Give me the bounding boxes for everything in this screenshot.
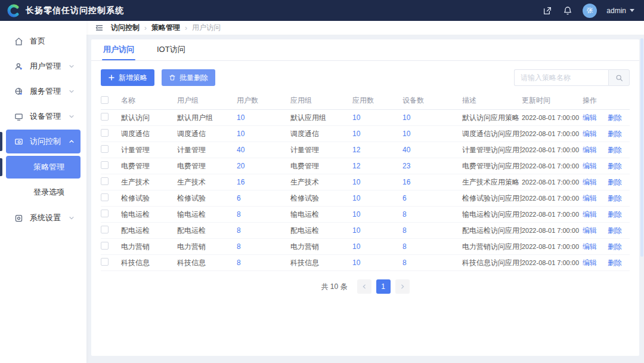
search-button[interactable]: [608, 69, 630, 86]
row-app-count-link[interactable]: 10: [352, 178, 402, 186]
row-user-count-link[interactable]: 16: [237, 178, 290, 186]
row-user-count-link[interactable]: 8: [237, 242, 290, 251]
select-all-checkbox[interactable]: [101, 96, 109, 104]
row-checkbox[interactable]: [101, 258, 109, 266]
breadcrumb-policy-management[interactable]: 策略管理: [151, 23, 180, 33]
scrollbar-thumb[interactable]: [640, 38, 643, 257]
breadcrumb-separator: ›: [144, 24, 147, 32]
row-app-count-link[interactable]: 10: [352, 130, 402, 138]
row-device-count-link[interactable]: 8: [402, 226, 462, 235]
row-app-count-link[interactable]: 10: [352, 226, 402, 235]
row-checkbox-cell: [101, 177, 121, 187]
delete-link[interactable]: 删除: [608, 113, 622, 122]
row-checkbox-cell: [101, 113, 121, 122]
tab-user-access[interactable]: 用户访问: [102, 44, 135, 60]
row-user-group: 科技信息: [177, 258, 237, 268]
prev-page-button[interactable]: [357, 279, 371, 294]
sidebar-item-service-management[interactable]: 服务管理: [6, 79, 80, 103]
row-device-count-link[interactable]: 6: [402, 194, 462, 202]
col-operations: 操作: [583, 96, 630, 106]
edit-link[interactable]: 编辑: [583, 210, 597, 219]
row-device-count-link[interactable]: 8: [402, 259, 462, 267]
row-checkbox[interactable]: [101, 210, 109, 217]
edit-link[interactable]: 编辑: [583, 226, 597, 235]
row-checkbox[interactable]: [101, 226, 109, 233]
row-device-count-link[interactable]: 10: [402, 130, 462, 138]
edit-link[interactable]: 编辑: [583, 162, 597, 170]
sidebar-item-home[interactable]: 首页: [6, 29, 80, 53]
sidebar-item-login-options[interactable]: 登录选项: [6, 181, 80, 204]
edit-link[interactable]: 编辑: [583, 178, 597, 186]
row-updated-time: 2022-08-01 7:00:00: [522, 259, 583, 266]
delete-link[interactable]: 删除: [608, 194, 622, 202]
row-device-count-link[interactable]: 10: [402, 113, 462, 122]
row-app-count-link[interactable]: 10: [352, 113, 402, 122]
row-app-count-link[interactable]: 10: [352, 210, 402, 219]
edit-link[interactable]: 编辑: [583, 146, 597, 154]
row-app-count-link[interactable]: 10: [352, 242, 402, 251]
collapse-menu-icon[interactable]: [95, 23, 104, 32]
edit-link[interactable]: 编辑: [583, 242, 597, 251]
delete-link[interactable]: 删除: [608, 178, 622, 186]
row-app-group: 科技信息: [290, 258, 352, 268]
edit-link[interactable]: 编辑: [583, 130, 597, 138]
delete-link[interactable]: 删除: [608, 130, 622, 138]
row-checkbox[interactable]: [101, 145, 109, 153]
row-operations: 编辑删除: [583, 145, 630, 155]
search-input[interactable]: [514, 69, 608, 86]
sidebar-item-device-management[interactable]: 设备管理: [6, 104, 80, 128]
row-device-count-link[interactable]: 8: [402, 210, 462, 219]
row-device-count-link[interactable]: 16: [402, 178, 462, 186]
batch-delete-button[interactable]: 批量删除: [162, 69, 215, 86]
export-icon[interactable]: [542, 5, 553, 16]
avatar[interactable]: 张: [583, 4, 597, 18]
row-checkbox[interactable]: [101, 193, 109, 201]
sidebar-item-access-control[interactable]: 访问控制: [6, 130, 80, 153]
page-1-button[interactable]: 1: [376, 279, 391, 294]
trash-icon: [169, 74, 176, 81]
next-page-button[interactable]: [395, 279, 410, 294]
tab-iot-access[interactable]: IOT访问: [156, 44, 187, 60]
row-user-count-link[interactable]: 10: [237, 130, 290, 138]
row-checkbox[interactable]: [101, 177, 109, 185]
delete-link[interactable]: 删除: [608, 226, 622, 235]
edit-link[interactable]: 编辑: [583, 194, 597, 202]
row-user-count-link[interactable]: 40: [237, 146, 290, 154]
breadcrumb-access-control[interactable]: 访问控制: [111, 23, 140, 33]
sidebar-item-user-management[interactable]: 用户管理: [6, 54, 80, 78]
delete-link[interactable]: 删除: [608, 210, 622, 219]
row-user-count-link[interactable]: 20: [237, 162, 290, 170]
row-checkbox[interactable]: [101, 129, 109, 137]
table-row: 输电运检输电运检8输电运检108输电运检访问应用策略2022-08-01 7:0…: [101, 207, 630, 223]
row-user-count-link[interactable]: 8: [237, 210, 290, 219]
row-app-group: 输电运检: [290, 210, 352, 220]
row-device-count-link[interactable]: 40: [402, 146, 462, 154]
add-policy-button[interactable]: 新增策略: [101, 69, 154, 86]
row-checkbox[interactable]: [101, 161, 109, 169]
delete-link[interactable]: 删除: [608, 242, 622, 251]
row-device-count-link[interactable]: 8: [402, 242, 462, 251]
table-row: 电费管理电费管理20电费管理1223电费管理访问应用策略2022-08-01 7…: [101, 158, 630, 174]
row-checkbox[interactable]: [101, 242, 109, 250]
edit-link[interactable]: 编辑: [583, 113, 597, 122]
row-user-count-link[interactable]: 6: [237, 194, 290, 202]
row-app-count-link[interactable]: 12: [352, 162, 402, 170]
row-app-count-link[interactable]: 12: [352, 146, 402, 154]
row-user-group: 电费管理: [177, 161, 237, 171]
edit-link[interactable]: 编辑: [583, 259, 597, 267]
row-device-count-link[interactable]: 23: [402, 162, 462, 170]
row-name: 计量管理: [121, 145, 177, 155]
user-menu[interactable]: admin: [606, 7, 634, 15]
row-checkbox[interactable]: [101, 113, 109, 121]
bell-icon[interactable]: [562, 5, 573, 16]
sidebar-item-system-settings[interactable]: 系统设置: [6, 206, 80, 230]
row-user-count-link[interactable]: 8: [237, 226, 290, 235]
row-user-count-link[interactable]: 10: [237, 113, 290, 122]
sidebar-item-policy-management[interactable]: 策略管理: [6, 156, 80, 179]
delete-link[interactable]: 删除: [608, 146, 622, 154]
delete-link[interactable]: 删除: [608, 259, 622, 267]
row-app-count-link[interactable]: 10: [352, 194, 402, 202]
row-app-count-link[interactable]: 10: [352, 259, 402, 267]
row-user-count-link[interactable]: 8: [237, 259, 290, 267]
delete-link[interactable]: 删除: [608, 162, 622, 170]
